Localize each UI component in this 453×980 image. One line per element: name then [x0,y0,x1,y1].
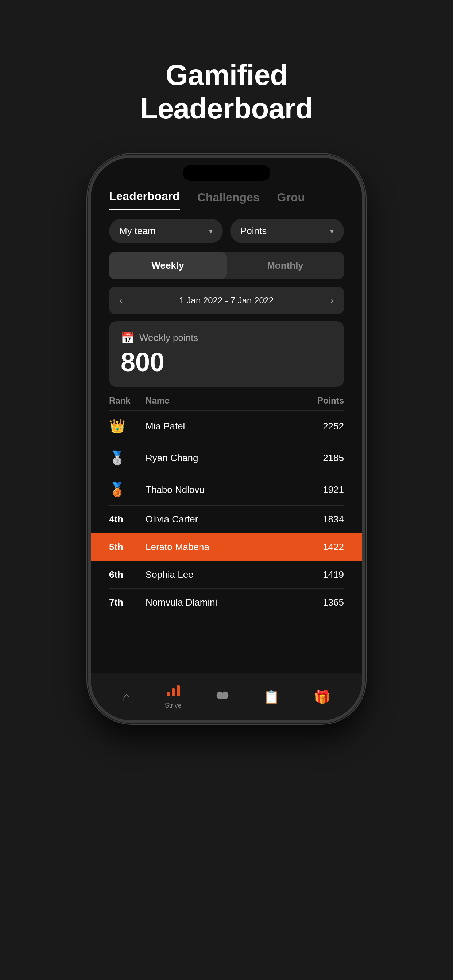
nav-tabs: Leaderboard Challenges Grou [91,181,362,210]
rank-1-icon: 👑 [109,418,145,434]
name-4: Olivia Carter [145,514,323,525]
metric-filter[interactable]: Points ▾ [230,219,344,243]
team-filter[interactable]: My team ▾ [109,219,223,243]
volume-buttons [88,252,89,363]
nav-strive[interactable]: Strive [165,684,182,710]
metric-chevron-icon: ▾ [330,227,334,235]
points-1: 2252 [323,421,344,432]
nav-clipboard[interactable]: 📋 [263,689,280,705]
svg-rect-5 [222,693,223,699]
calendar-icon: 📅 [121,331,134,344]
monthly-button[interactable]: Monthly [226,252,344,279]
points-3: 1921 [323,484,344,495]
points-label: Weekly points [139,332,198,344]
name-7: Nomvula Dlamini [145,597,323,608]
name-2: Ryan Chang [145,452,323,464]
table-row: 👑 Mia Patel 2252 [109,410,344,442]
name-6: Sophia Lee [145,569,323,581]
rank-3-icon: 🥉 [109,482,145,497]
filters-row: My team ▾ Points ▾ [91,210,362,243]
name-1: Mia Patel [145,421,323,432]
points-card: 📅 Weekly points 800 [109,321,344,387]
prev-date-button[interactable]: ‹ [119,294,123,306]
tab-groups[interactable]: Grou [277,191,305,210]
dynamic-island [183,165,270,181]
clipboard-icon: 📋 [263,689,280,705]
rank-7: 7th [109,597,145,608]
header-points: Points [317,396,344,406]
name-5: Lerato Mabena [145,541,323,553]
strive-label: Strive [165,702,182,710]
points-value: 800 [121,348,332,377]
next-date-button[interactable]: › [330,294,334,306]
weekly-button[interactable]: Weekly [109,252,226,279]
rank-5: 5th [109,541,145,553]
table-row: 7th Nomvula Dlamini 1365 [109,589,344,616]
svg-rect-2 [177,686,180,696]
svg-rect-1 [172,688,175,696]
nav-gift[interactable]: 🎁 [314,689,330,705]
table-row-highlighted: 5th Lerato Mabena 1422 [91,533,362,561]
points-5: 1422 [323,541,344,553]
header-rank: Rank [109,396,145,406]
home-icon: ⌂ [123,689,131,705]
table-row: 6th Sophia Lee 1419 [109,561,344,589]
points-7: 1365 [323,597,344,608]
svg-rect-0 [167,692,170,696]
table-row: 🥉 Thabo Ndlovu 1921 [109,474,344,505]
rank-6: 6th [109,569,145,581]
table-row: 🥈 Ryan Chang 2185 [109,442,344,474]
points-6: 1419 [323,569,344,581]
strive-icon [167,684,180,700]
header-name: Name [145,396,317,406]
table-body: 👑 Mia Patel 2252 🥈 Ryan Chang 2185 🥉 Tha… [91,410,362,673]
phone-frame: Leaderboard Challenges Grou My team ▾ Po… [88,154,365,723]
points-label-row: 📅 Weekly points [121,331,332,344]
screen: Leaderboard Challenges Grou My team ▾ Po… [91,158,362,721]
page-title: Gamified Leaderboard [140,58,313,126]
period-toggle: Weekly Monthly [109,252,344,279]
rank-2-icon: 🥈 [109,450,145,466]
date-range: ‹ 1 Jan 2022 - 7 Jan 2022 › [109,286,344,314]
table-header: Rank Name Points [91,387,362,410]
points-2: 2185 [323,452,344,464]
tab-challenges[interactable]: Challenges [197,191,260,210]
tab-leaderboard[interactable]: Leaderboard [109,189,180,210]
phone-wrapper: Leaderboard Challenges Grou My team ▾ Po… [88,154,365,723]
nav-home[interactable]: ⌂ [123,689,131,705]
date-range-text: 1 Jan 2022 - 7 Jan 2022 [179,295,274,305]
nav-brain[interactable] [216,689,229,705]
rank-4: 4th [109,514,145,525]
name-3: Thabo Ndlovu [145,484,323,495]
points-4: 1834 [323,514,344,525]
bottom-nav: ⌂ Strive [91,673,362,721]
brain-icon [216,689,229,705]
metric-filter-label: Points [240,225,266,237]
team-filter-label: My team [119,225,156,237]
team-chevron-icon: ▾ [209,227,213,235]
table-row: 4th Olivia Carter 1834 [109,505,344,533]
gift-icon: 🎁 [314,689,330,705]
